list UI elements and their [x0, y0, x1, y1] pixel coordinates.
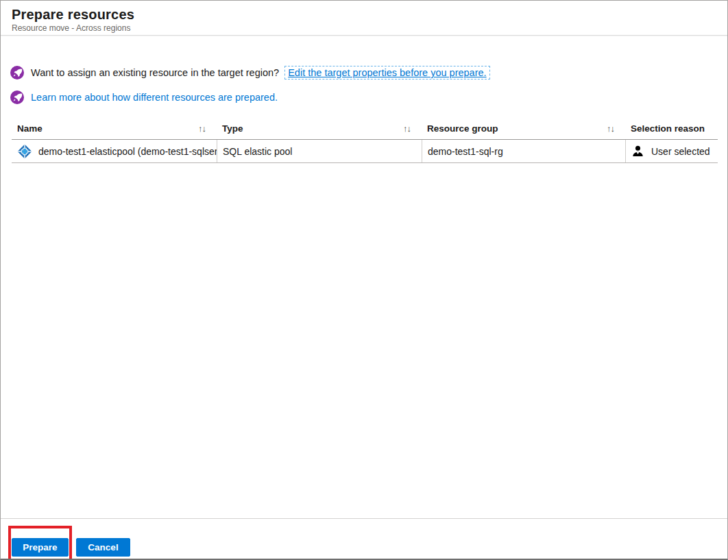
column-header-name[interactable]: Name ↑↓: [12, 123, 217, 134]
resources-table: Name ↑↓ Type ↑↓ Resource group ↑↓ Select…: [12, 117, 718, 163]
page-subtitle: Resource move - Across regions: [12, 23, 130, 33]
column-label: Name: [17, 123, 43, 134]
cell-type: SQL elastic pool: [217, 140, 422, 162]
sort-icon[interactable]: ↑↓: [198, 123, 206, 134]
column-label: Selection reason: [631, 123, 705, 134]
cell-selection-reason: User selected: [625, 140, 718, 162]
column-label: Resource group: [427, 123, 498, 134]
resource-mover-rocket-icon: [10, 90, 24, 104]
cell-name: demo-test1-elasticpool (demo-test1-sqlse…: [12, 140, 217, 162]
table-header-row: Name ↑↓ Type ↑↓ Resource group ↑↓ Select…: [12, 117, 718, 140]
learn-more-link[interactable]: Learn more about how different resources…: [31, 92, 278, 103]
notice-learn-more: Learn more about how different resources…: [10, 90, 718, 105]
user-icon: [631, 145, 644, 158]
pane-header: Prepare resources Resource move - Across…: [1, 1, 727, 36]
sort-icon[interactable]: ↑↓: [403, 123, 411, 134]
cancel-button[interactable]: Cancel: [76, 538, 130, 557]
cell-resource-group: demo-test1-sql-rg: [422, 140, 625, 162]
prepare-resources-pane: Prepare resources Resource move - Across…: [0, 0, 728, 560]
selection-reason: User selected: [651, 146, 710, 157]
column-header-type[interactable]: Type ↑↓: [217, 123, 422, 134]
sql-elastic-pool-icon: [17, 144, 32, 159]
sort-icon[interactable]: ↑↓: [607, 123, 614, 134]
prepare-button[interactable]: Prepare: [12, 538, 69, 557]
edit-target-properties-link[interactable]: Edit the target properties before you pr…: [284, 66, 489, 80]
column-header-resource-group[interactable]: Resource group ↑↓: [422, 123, 625, 134]
page-title: Prepare resources: [12, 7, 134, 23]
notice-text: Want to assign an existing resource in t…: [31, 67, 282, 78]
resource-mover-rocket-icon: [10, 66, 24, 80]
column-header-selection-reason: Selection reason: [625, 123, 718, 134]
resource-type: SQL elastic pool: [223, 146, 292, 157]
column-label: Type: [222, 123, 243, 134]
notice-edit-target-properties: Want to assign an existing resource in t…: [10, 65, 718, 80]
table-row: demo-test1-elasticpool (demo-test1-sqlse…: [12, 140, 718, 163]
resource-name: demo-test1-elasticpool (demo-test1-sqlse…: [38, 146, 217, 157]
pane-footer: Prepare Cancel: [1, 518, 727, 559]
resource-group: demo-test1-sql-rg: [428, 146, 503, 157]
